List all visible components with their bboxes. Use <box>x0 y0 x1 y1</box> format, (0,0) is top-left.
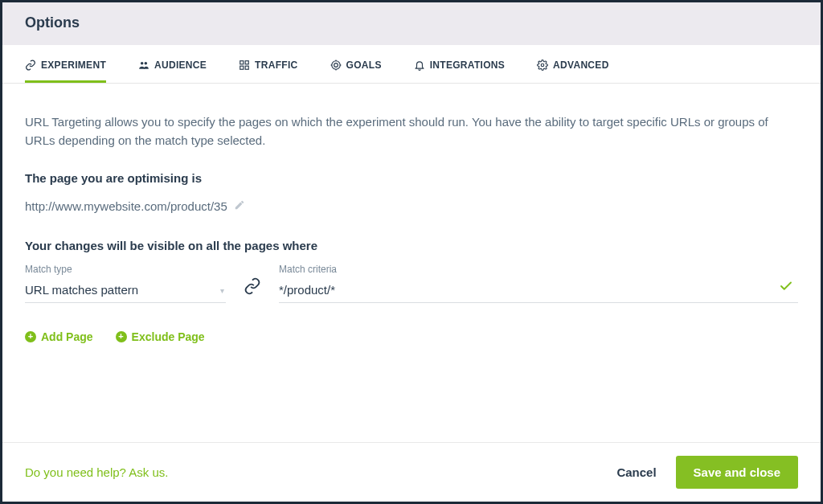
chain-link-icon <box>244 277 261 303</box>
tab-traffic[interactable]: TRAFFIC <box>239 48 297 83</box>
check-icon <box>779 279 793 297</box>
svg-rect-4 <box>240 66 244 69</box>
dialog-title: Options <box>25 14 798 31</box>
match-criteria-field: Match criteria <box>279 264 798 303</box>
exclude-page-button[interactable]: + Exclude Page <box>116 330 205 343</box>
edit-url-icon[interactable] <box>234 199 245 213</box>
gear-icon <box>537 59 548 71</box>
intro-text: URL Targeting allows you to specify the … <box>25 113 796 150</box>
help-link[interactable]: Do you need help? Ask us. <box>25 465 168 479</box>
match-type-select[interactable]: URL matches pattern ▾ <box>25 278 226 303</box>
svg-point-7 <box>334 64 338 68</box>
dialog-footer: Do you need help? Ask us. Cancel Save an… <box>2 442 821 502</box>
tab-label: TRAFFIC <box>255 59 297 71</box>
optimising-label: The page you are optimising is <box>25 171 798 185</box>
tab-audience[interactable]: AUDIENCE <box>138 48 207 83</box>
visibility-label: Your changes will be visible on all the … <box>25 239 798 252</box>
plus-icon: + <box>25 331 36 342</box>
audience-icon <box>138 59 149 71</box>
plus-icon: + <box>116 331 127 342</box>
optimising-url-row: http://www.mywebsite.com/product/35 <box>25 199 798 213</box>
save-and-close-button[interactable]: Save and close <box>676 456 798 489</box>
match-type-label: Match type <box>25 264 226 275</box>
exclude-page-label: Exclude Page <box>132 330 205 343</box>
bell-icon <box>414 59 425 71</box>
svg-rect-3 <box>245 61 248 64</box>
tab-label: AUDIENCE <box>154 59 207 71</box>
tab-advanced[interactable]: ADVANCED <box>537 48 609 83</box>
svg-rect-5 <box>245 66 248 69</box>
svg-rect-2 <box>240 61 244 64</box>
tab-content: URL Targeting allows you to specify the … <box>2 84 821 442</box>
cancel-button[interactable]: Cancel <box>616 465 656 479</box>
tab-label: ADVANCED <box>553 59 609 71</box>
svg-point-6 <box>331 61 340 70</box>
goals-icon <box>330 59 342 71</box>
tab-goals[interactable]: GOALS <box>330 48 382 83</box>
traffic-icon <box>239 59 250 71</box>
svg-point-1 <box>145 62 148 65</box>
chevron-down-icon: ▾ <box>220 285 224 294</box>
tab-integrations[interactable]: INTEGRATIONS <box>414 48 505 83</box>
add-page-button[interactable]: + Add Page <box>25 330 93 343</box>
match-criteria-label: Match criteria <box>279 264 798 275</box>
svg-point-12 <box>541 64 544 67</box>
add-page-label: Add Page <box>41 330 93 343</box>
svg-point-0 <box>141 62 144 65</box>
tab-experiment[interactable]: EXPERIMENT <box>25 48 106 83</box>
tab-label: EXPERIMENT <box>41 59 106 71</box>
tab-label: GOALS <box>346 59 382 71</box>
optimising-url: http://www.mywebsite.com/product/35 <box>25 199 227 213</box>
dialog-header: Options <box>2 2 821 45</box>
tab-label: INTEGRATIONS <box>430 59 505 71</box>
tab-bar: EXPERIMENT AUDIENCE TRAFFIC GOALS INTEGR… <box>2 48 821 84</box>
match-criteria-input[interactable] <box>279 278 798 303</box>
match-type-value: URL matches pattern <box>25 283 138 297</box>
link-icon <box>25 59 36 71</box>
match-type-field: Match type URL matches pattern ▾ <box>25 264 226 303</box>
